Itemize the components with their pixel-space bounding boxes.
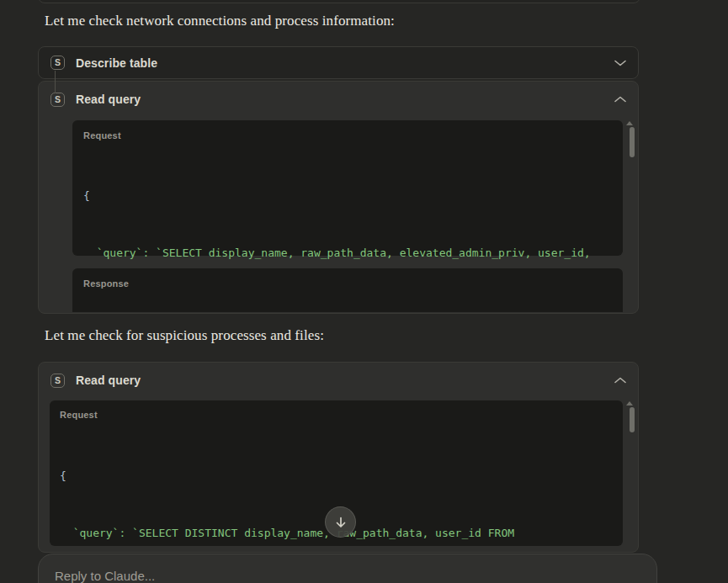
tool-card-title: Read query [76,374,141,387]
reply-input[interactable]: Reply to Claude... [38,554,657,583]
response-label: Response [83,278,129,289]
assistant-message-text: Let me check for suspicious processes an… [45,327,324,344]
tool-card-header[interactable]: S Read query [39,363,638,398]
scrollbar-thumb[interactable] [630,127,635,157]
tool-card-header[interactable]: S Read query [39,82,638,117]
tool-result-viewport[interactable]: Request { `query`: `SELECT display_name,… [39,119,638,312]
scrollbar-thumb[interactable] [630,407,635,432]
tool-card-title: Read query [76,93,141,106]
chat-screen: Let me check network connections and pro… [0,0,728,583]
response-block: Response [{'display_name': 'svchost.exe'… [72,268,623,312]
request-label: Request [60,410,98,420]
tool-connector-line [55,71,56,93]
chevron-down-icon [614,60,626,66]
assistant-message-text: Let me check network connections and pro… [45,13,395,29]
scroll-to-bottom-button[interactable] [325,506,356,538]
tool-card-header[interactable]: S Describe table [39,47,638,78]
reply-input-placeholder: Reply to Claude... [55,569,155,583]
scrollbar-up-arrow-icon[interactable] [626,401,633,405]
server-badge-icon: S [50,56,65,70]
previous-card-edge [38,0,640,3]
arrow-down-icon [333,515,348,530]
tool-card-describe-table: S Describe table [38,46,639,79]
chevron-up-icon [614,96,626,103]
server-badge-icon: S [50,93,65,107]
tool-card-title: Describe table [76,56,157,70]
chevron-up-icon [614,377,626,384]
scrollbar-up-arrow-icon[interactable] [626,121,633,125]
request-label: Request [83,130,121,140]
response-code: [{'display_name': 'svchost.exe', 'raw_pa… [83,297,616,312]
tool-card-read-query-1: S Read query Request { `query`: `SELECT … [38,81,639,314]
server-badge-icon: S [50,374,65,388]
request-block: Request { `query`: `SELECT display_name,… [72,120,623,256]
